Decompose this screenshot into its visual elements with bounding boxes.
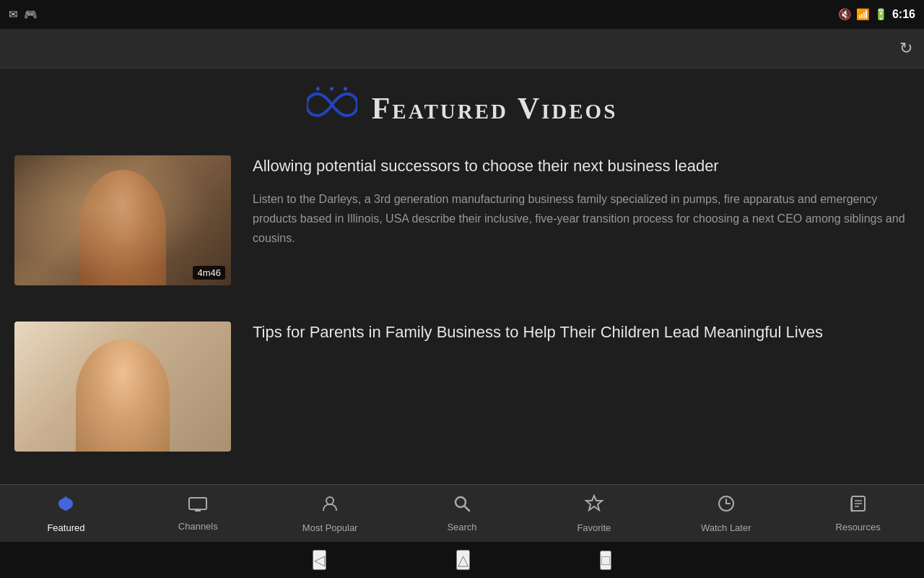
most-popular-icon <box>320 493 340 519</box>
svg-line-6 <box>464 506 469 511</box>
resources-label: Resources <box>836 522 881 532</box>
wifi-icon: 📶 <box>856 8 870 21</box>
system-nav-bar: ◁ △ □ <box>0 542 924 578</box>
status-bar: ✉ 🎮 🔇 📶 🔋 6:16 <box>0 0 924 29</box>
channels-label: Channels <box>178 521 218 532</box>
nav-item-resources[interactable]: Resources <box>792 494 924 532</box>
search-icon <box>453 494 471 518</box>
nav-item-featured[interactable]: Featured <box>0 493 132 533</box>
video-title-1: Allowing potential successors to choose … <box>253 155 910 178</box>
video-duration-1: 4m46 <box>193 266 225 280</box>
watch-later-label: Watch Later <box>701 522 751 533</box>
thumbnail-person-2 <box>76 340 170 452</box>
top-bar: ↻ <box>0 29 924 69</box>
video-thumbnail-1[interactable]: 4m46 <box>14 155 231 285</box>
video-card-2[interactable]: Tips for Parents in Family Business to H… <box>14 322 910 452</box>
nav-item-channels[interactable]: Channels <box>132 495 264 532</box>
recents-button[interactable]: □ <box>600 551 611 570</box>
main-content: ★★★ Featured Videos 4m46 Allowing potent… <box>0 69 924 484</box>
back-button[interactable]: ◁ <box>313 550 326 570</box>
infinity-svg <box>307 90 357 119</box>
status-bar-left: ✉ 🎮 <box>9 8 38 21</box>
video-info-2: Tips for Parents in Family Business to H… <box>253 322 910 452</box>
mute-icon: 🔇 <box>838 8 852 21</box>
resources-icon <box>849 494 868 518</box>
thumbnail-person-1 <box>79 170 166 285</box>
svg-marker-7 <box>586 496 602 510</box>
battery-icon: 🔋 <box>874 8 888 21</box>
nav-item-favorite[interactable]: Favorite <box>528 493 660 533</box>
svg-point-4 <box>326 497 334 504</box>
nav-item-most-popular[interactable]: Most Popular <box>264 493 396 533</box>
status-bar-right: 🔇 📶 🔋 6:16 <box>838 8 915 21</box>
video-info-1: Allowing potential successors to choose … <box>253 155 910 285</box>
channels-icon <box>188 495 208 517</box>
video-title-2: Tips for Parents in Family Business to H… <box>253 322 910 344</box>
search-label: Search <box>447 522 476 532</box>
most-popular-label: Most Popular <box>302 522 358 533</box>
favorite-icon <box>584 493 604 519</box>
watch-later-icon <box>716 493 736 519</box>
nav-item-search[interactable]: Search <box>396 494 528 532</box>
video-card-1[interactable]: 4m46 Allowing potential successors to ch… <box>14 155 910 285</box>
gmail-icon: ✉ <box>9 8 18 21</box>
svg-rect-1 <box>189 498 206 509</box>
svg-point-0 <box>64 501 68 506</box>
status-time: 6:16 <box>892 8 915 21</box>
favorite-label: Favorite <box>577 522 611 533</box>
featured-header: ★★★ Featured Videos <box>14 90 910 126</box>
bottom-nav: Featured Channels Most Popular <box>0 484 924 542</box>
stars-decoration: ★★★ <box>315 85 349 92</box>
featured-icon <box>56 493 76 519</box>
gamepad-icon: 🎮 <box>24 8 38 21</box>
infinity-logo: ★★★ <box>307 90 357 126</box>
video-thumbnail-2[interactable] <box>14 322 231 452</box>
video-desc-1: Listen to the Darleys, a 3rd generation … <box>253 189 910 249</box>
home-button[interactable]: △ <box>456 550 470 570</box>
page-title: Featured Videos <box>372 91 618 126</box>
refresh-button[interactable]: ↻ <box>899 39 912 58</box>
nav-item-watch-later[interactable]: Watch Later <box>660 493 792 533</box>
featured-label: Featured <box>47 522 84 533</box>
